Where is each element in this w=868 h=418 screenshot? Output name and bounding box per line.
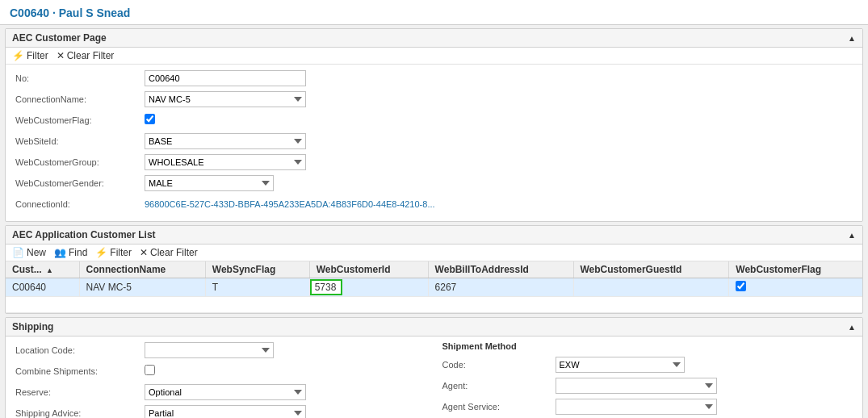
- cell-web-customer-flag: [729, 278, 862, 297]
- aec-app-customer-list-header: AEC Application Customer List: [6, 226, 862, 245]
- filter-button[interactable]: ⚡ Filter: [12, 50, 48, 61]
- col-header-web-customer-flag[interactable]: WebCustomerFlag: [729, 261, 862, 278]
- web-customer-group-value: WHOLESALE: [145, 154, 853, 170]
- reserve-select[interactable]: Optional: [145, 384, 306, 400]
- list-filter-button[interactable]: ⚡ Filter: [95, 247, 132, 258]
- table-header-row: Cust... ▲ ConnectionName WebSyncFlag Web…: [6, 261, 862, 278]
- shipping-advice-label: Shipping Advice:: [15, 408, 145, 418]
- aec-app-customer-list-title: AEC Application Customer List: [12, 229, 156, 240]
- col-header-web-bill-to[interactable]: WebBillToAddressId: [428, 261, 573, 278]
- web-customer-flag-checkbox[interactable]: [145, 114, 155, 124]
- new-button[interactable]: 📄 New: [12, 247, 46, 258]
- combine-shipments-value: [145, 365, 426, 378]
- web-customer-gender-value: MALE: [145, 175, 853, 191]
- shipping-left-col: Location Code: Combine Shipments: Reserv…: [15, 341, 426, 418]
- agent-service-label: Agent Service:: [442, 402, 556, 412]
- table-empty-row: [6, 297, 862, 313]
- field-reserve: Reserve: Optional: [15, 383, 426, 401]
- field-agent-service: Agent Service:: [442, 398, 853, 416]
- aec-app-customer-list-table: Cust... ▲ ConnectionName WebSyncFlag Web…: [6, 261, 862, 313]
- web-customer-gender-select[interactable]: MALE: [145, 175, 274, 191]
- field-web-site-id: WebSiteId: BASE: [15, 132, 853, 150]
- web-customer-gender-label: WebCustomerGender:: [15, 178, 145, 188]
- web-customer-flag-label: WebCustomerFlag:: [15, 115, 145, 125]
- location-code-select[interactable]: [145, 342, 274, 358]
- clear-filter-button[interactable]: ✕ Clear Filter: [57, 50, 115, 61]
- connection-id-label: ConnectionId:: [15, 199, 145, 209]
- connection-id-link[interactable]: 96800C6E-527C-433D-BBFA-495A233EA5DA:4B8…: [145, 199, 435, 209]
- sort-asc-icon: ▲: [46, 266, 53, 274]
- shipping-right-col: Shipment Method Code: EXW Agent: Age: [442, 341, 853, 418]
- clear-filter-label: Clear Filter: [67, 50, 115, 61]
- aec-customer-page-header: AEC Customer Page: [6, 29, 862, 48]
- shipment-code-select[interactable]: EXW: [556, 357, 685, 373]
- web-site-id-select[interactable]: BASE: [145, 133, 306, 149]
- list-filter-label: Filter: [110, 247, 132, 258]
- cell-web-customer-id[interactable]: 5738: [309, 278, 428, 297]
- shipment-method-subtitle: Shipment Method: [442, 341, 853, 351]
- find-button[interactable]: 👥 Find: [54, 247, 87, 258]
- cell-web-sync-flag: T: [205, 278, 309, 297]
- agent-value: [556, 378, 853, 394]
- shipping-section-header: Shipping: [6, 318, 862, 336]
- list-clear-filter-icon: ✕: [140, 247, 148, 258]
- list-clear-filter-button[interactable]: ✕ Clear Filter: [140, 247, 198, 258]
- aec-application-customer-list-section: AEC Application Customer List 📄 New 👥 Fi…: [5, 225, 863, 314]
- aec-customer-collapse-icon[interactable]: [848, 34, 856, 43]
- field-location-code: Location Code:: [15, 341, 426, 359]
- web-customer-group-select[interactable]: WHOLESALE: [145, 154, 306, 170]
- field-combine-shipments: Combine Shipments:: [15, 362, 426, 380]
- filter-label: Filter: [27, 50, 48, 61]
- cell-web-bill-to: 6267: [428, 278, 573, 297]
- agent-select[interactable]: [556, 378, 717, 394]
- col-header-connection-name[interactable]: ConnectionName: [79, 261, 205, 278]
- find-label: Find: [69, 247, 87, 258]
- clear-filter-icon: ✕: [57, 50, 65, 61]
- aec-app-customer-list-table-container: Cust... ▲ ConnectionName WebSyncFlag Web…: [6, 261, 862, 313]
- aec-customer-form: No: ConnectionName: NAV MC-5 WebCustomer…: [6, 65, 862, 221]
- web-site-id-value: BASE: [145, 133, 853, 149]
- aec-customer-page-title: AEC Customer Page: [12, 32, 107, 44]
- field-web-customer-group: WebCustomerGroup: WHOLESALE: [15, 153, 853, 171]
- aec-customer-toolbar: ⚡ Filter ✕ Clear Filter: [6, 48, 862, 65]
- field-connection-id: ConnectionId: 96800C6E-527C-433D-BBFA-49…: [15, 195, 853, 213]
- find-icon: 👥: [54, 247, 66, 258]
- connection-name-select[interactable]: NAV MC-5: [145, 91, 306, 107]
- no-input[interactable]: [145, 70, 306, 86]
- aec-customer-page-section: AEC Customer Page ⚡ Filter ✕ Clear Filte…: [5, 28, 863, 222]
- reserve-label: Reserve:: [15, 387, 145, 397]
- combine-shipments-checkbox[interactable]: [145, 365, 155, 375]
- filter-icon: ⚡: [12, 50, 24, 61]
- cell-connection-name: NAV MC-5: [79, 278, 205, 297]
- field-web-customer-flag: WebCustomerFlag:: [15, 111, 853, 129]
- location-code-value: [145, 342, 426, 358]
- field-shipping-advice: Shipping Advice: Partial: [15, 404, 426, 418]
- shipping-section: Shipping Location Code: Combine Shipment…: [5, 317, 863, 418]
- new-icon: 📄: [12, 247, 24, 258]
- web-customer-group-label: WebCustomerGroup:: [15, 157, 145, 167]
- list-filter-icon: ⚡: [95, 247, 107, 258]
- shipping-advice-value: Partial: [145, 405, 426, 418]
- col-header-web-customer-id[interactable]: WebCustomerId: [309, 261, 428, 278]
- row-web-customer-flag-checkbox[interactable]: [736, 281, 746, 291]
- agent-service-value: [556, 399, 853, 415]
- field-connection-name: ConnectionName: NAV MC-5: [15, 90, 853, 108]
- shipping-collapse-icon[interactable]: [848, 323, 856, 332]
- col-header-cust[interactable]: Cust... ▲: [6, 261, 79, 278]
- col-header-web-customer-guest-id[interactable]: WebCustomerGuestId: [573, 261, 729, 278]
- shipment-code-label: Code:: [442, 360, 556, 370]
- web-customer-flag-value: [145, 114, 853, 127]
- aec-app-customer-list-collapse-icon[interactable]: [848, 231, 856, 240]
- cell-web-customer-guest-id: [573, 278, 729, 297]
- shipping-section-title: Shipping: [12, 321, 53, 332]
- no-label: No:: [15, 73, 145, 83]
- web-site-id-label: WebSiteId:: [15, 136, 145, 146]
- col-header-web-sync-flag[interactable]: WebSyncFlag: [205, 261, 309, 278]
- shipping-advice-select[interactable]: Partial: [145, 405, 306, 418]
- aec-app-customer-list-toolbar: 📄 New 👥 Find ⚡ Filter ✕ Clear Filter: [6, 245, 862, 261]
- connection-name-label: ConnectionName:: [15, 94, 145, 104]
- agent-service-select[interactable]: [556, 399, 717, 415]
- table-row[interactable]: C00640 NAV MC-5 T 5738 6267: [6, 278, 862, 297]
- location-code-label: Location Code:: [15, 345, 145, 355]
- field-web-customer-gender: WebCustomerGender: MALE: [15, 174, 853, 192]
